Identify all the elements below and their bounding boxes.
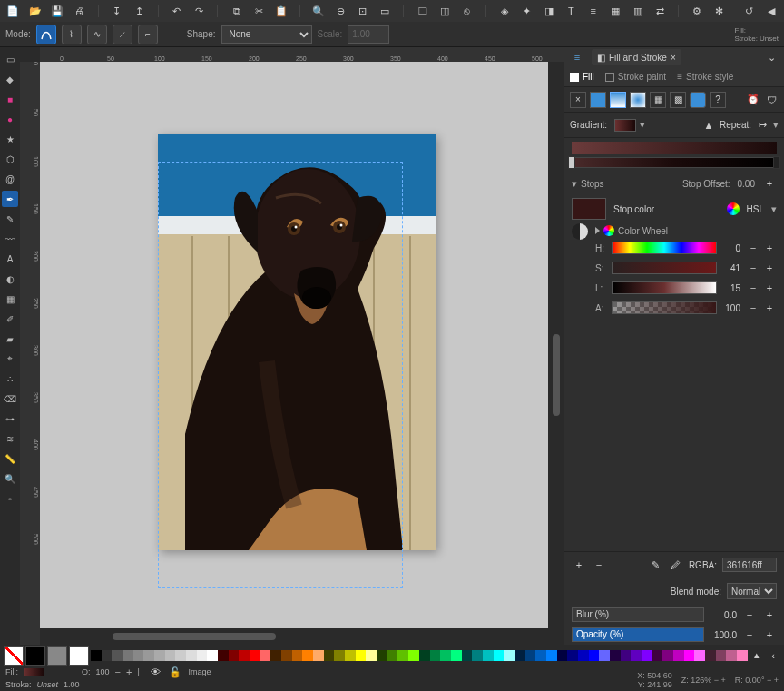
zoompage-icon[interactable]: ▭ bbox=[377, 3, 392, 19]
palette-swatch[interactable] bbox=[387, 650, 398, 661]
plus-icon[interactable]: + bbox=[762, 607, 777, 622]
palette-swatch[interactable] bbox=[345, 650, 356, 661]
shield-icon[interactable]: 🛡 bbox=[764, 93, 779, 107]
selector-tool[interactable]: ▭ bbox=[2, 51, 18, 67]
mode-bspline-button[interactable]: ∿ bbox=[87, 25, 107, 44]
palette-swatch[interactable] bbox=[250, 650, 260, 661]
picker-icon[interactable]: 🖉 bbox=[669, 558, 683, 572]
open-icon[interactable]: 📂 bbox=[27, 3, 42, 19]
palette-swatch[interactable] bbox=[494, 650, 505, 661]
palette-swatch[interactable] bbox=[408, 650, 419, 661]
color-mode-value[interactable]: HSL bbox=[747, 204, 764, 214]
palette-swatch[interactable] bbox=[292, 650, 303, 661]
cut-icon[interactable]: ✂ bbox=[251, 3, 266, 19]
minus-icon[interactable]: − bbox=[746, 301, 760, 315]
scale-input[interactable] bbox=[348, 25, 389, 44]
chevron-down-icon[interactable]: ⌄ bbox=[764, 50, 779, 64]
none-paint-button[interactable]: × bbox=[570, 92, 586, 108]
palette-swatch[interactable] bbox=[514, 650, 525, 661]
palette-swatch[interactable] bbox=[557, 650, 568, 661]
palette-swatch[interactable] bbox=[229, 650, 240, 661]
minus-icon[interactable]: − bbox=[742, 627, 757, 642]
reverse-gradient-icon[interactable]: ▲ bbox=[701, 118, 716, 133]
palette-swatch[interactable] bbox=[91, 650, 102, 661]
blur-slider[interactable]: Blur (%) bbox=[572, 607, 704, 622]
palette-menu-icon[interactable]: ‹ bbox=[766, 648, 780, 663]
plus-icon[interactable]: + bbox=[762, 176, 777, 191]
palette-swatch[interactable] bbox=[504, 650, 514, 661]
stop-color-swatch[interactable] bbox=[572, 198, 606, 220]
circle-tool[interactable]: ● bbox=[2, 111, 18, 127]
blend-select[interactable]: Normal bbox=[727, 583, 777, 599]
palette-swatch[interactable] bbox=[546, 650, 557, 661]
panel-toggle-icon[interactable]: ◀ bbox=[764, 3, 779, 19]
rect-tool[interactable]: ■ bbox=[2, 91, 18, 107]
pages-tool[interactable]: ▫ bbox=[2, 490, 18, 507]
text-icon[interactable]: T bbox=[564, 3, 578, 19]
palette-swatch[interactable] bbox=[366, 650, 377, 661]
palette-swatch[interactable] bbox=[377, 650, 387, 661]
palette-swatch[interactable] bbox=[610, 650, 621, 661]
export-icon[interactable]: ↥ bbox=[132, 3, 146, 19]
embedded-image[interactable] bbox=[158, 134, 436, 550]
palette-swatch[interactable] bbox=[599, 650, 610, 661]
horizontal-ruler[interactable]: 050100150200250300350400450500 bbox=[40, 47, 564, 62]
layers-icon[interactable]: ≡ bbox=[586, 3, 601, 19]
horizontal-scrollbar[interactable] bbox=[40, 628, 548, 645]
gray-swatch[interactable] bbox=[47, 646, 67, 666]
text-tool[interactable]: A bbox=[2, 251, 18, 267]
ungroup-icon[interactable]: ✦ bbox=[519, 3, 534, 19]
minus-icon[interactable]: − bbox=[746, 281, 760, 295]
connector-tool[interactable]: ⊶ bbox=[2, 410, 18, 427]
palette-swatch[interactable] bbox=[705, 650, 716, 661]
chevron-down-icon[interactable]: ▾ bbox=[572, 178, 577, 190]
zoomfit-icon[interactable]: ⊡ bbox=[356, 3, 370, 19]
vertical-ruler[interactable]: 050100150200250300350400450500 bbox=[20, 62, 40, 645]
palette-swatch[interactable] bbox=[440, 650, 451, 661]
add-stop-icon[interactable]: + bbox=[572, 558, 586, 572]
import-icon[interactable]: ↧ bbox=[110, 3, 124, 19]
palette-swatch[interactable] bbox=[694, 650, 705, 661]
opacity-slider[interactable]: Opacity (%) bbox=[572, 627, 704, 642]
palette-swatch[interactable] bbox=[112, 650, 122, 661]
palette-swatch[interactable] bbox=[239, 650, 250, 661]
palette-swatch[interactable] bbox=[652, 650, 663, 661]
palette-swatch[interactable] bbox=[397, 650, 408, 661]
tweak-tool[interactable]: ⌖ bbox=[2, 350, 18, 367]
unknown-paint-button[interactable]: ? bbox=[710, 92, 726, 108]
palette-swatch[interactable] bbox=[218, 650, 229, 661]
palette-swatch[interactable] bbox=[281, 650, 292, 661]
palette-swatch[interactable] bbox=[472, 650, 483, 661]
spiral-tool[interactable]: @ bbox=[2, 171, 18, 187]
palette-swatch[interactable] bbox=[642, 650, 652, 661]
minus-icon[interactable]: − bbox=[746, 241, 760, 255]
mode-paraxial-button[interactable]: ⌐ bbox=[138, 25, 158, 44]
copy-icon[interactable]: ⧉ bbox=[229, 3, 243, 19]
color-palette[interactable] bbox=[91, 650, 748, 661]
palette-swatch[interactable] bbox=[462, 650, 473, 661]
zoom-value[interactable]: 126% bbox=[691, 676, 711, 685]
flat-paint-button[interactable] bbox=[590, 92, 606, 108]
no-color-swatch[interactable] bbox=[4, 646, 24, 666]
spray-tool[interactable]: ∴ bbox=[2, 370, 18, 387]
palette-swatch[interactable] bbox=[154, 650, 165, 661]
plus-icon[interactable]: + bbox=[762, 281, 777, 295]
palette-swatch[interactable] bbox=[143, 650, 154, 661]
palette-swatch[interactable] bbox=[684, 650, 695, 661]
plus-icon[interactable]: + bbox=[762, 627, 777, 642]
palette-swatch[interactable] bbox=[589, 650, 600, 661]
mode-line-button[interactable]: ⟋ bbox=[113, 25, 132, 44]
palette-swatch[interactable] bbox=[621, 650, 632, 661]
gradient-edit-bar[interactable] bbox=[572, 158, 777, 167]
palette-swatch[interactable] bbox=[716, 650, 727, 661]
palette-swatch[interactable] bbox=[483, 650, 494, 661]
gradient-tool[interactable]: ◐ bbox=[2, 271, 18, 287]
prefs-icon[interactable]: ⚙ bbox=[690, 3, 704, 19]
palette-swatch[interactable] bbox=[356, 650, 367, 661]
sat-slider[interactable] bbox=[612, 262, 717, 274]
eraser-tool[interactable]: ⌫ bbox=[2, 390, 18, 407]
palette-swatch[interactable] bbox=[122, 650, 133, 661]
chevron-down-icon[interactable]: ▾ bbox=[773, 119, 779, 131]
palette-swatch[interactable] bbox=[165, 650, 176, 661]
palette-swatch[interactable] bbox=[313, 650, 324, 661]
